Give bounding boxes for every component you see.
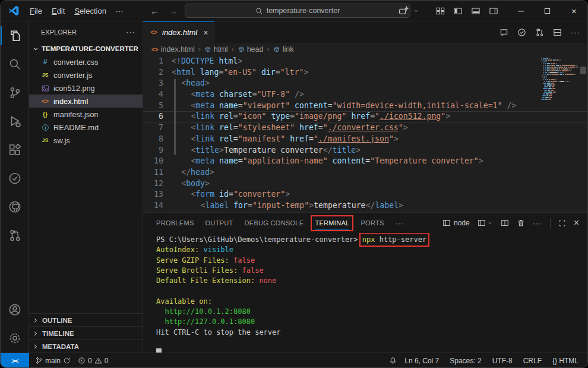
- breadcrumb-label: head: [247, 45, 264, 54]
- menu-selection[interactable]: Selection: [69, 4, 110, 18]
- file-sw-js[interactable]: JSsw.js: [29, 134, 143, 147]
- close-tab-icon[interactable]: ×: [203, 28, 208, 37]
- terminal-line-7: Available on:: [156, 297, 587, 307]
- status-language-mode[interactable]: {} HTML: [549, 357, 581, 365]
- panel-tab-output[interactable]: OUTPUT: [206, 219, 233, 227]
- panel-tab-problems[interactable]: PROBLEMS: [156, 219, 194, 227]
- code-token: >: [356, 146, 361, 155]
- activity-run-and-debug[interactable]: [1, 107, 29, 136]
- panel-tab-debug-console[interactable]: DEBUG CONSOLE: [245, 219, 304, 227]
- code-token: id: [214, 190, 229, 199]
- file-manifest-json[interactable]: {}manifest.json: [29, 108, 143, 121]
- status-encoding[interactable]: UTF-8: [489, 357, 516, 365]
- menu-file[interactable]: File: [25, 4, 47, 18]
- activity-testing[interactable]: [1, 164, 29, 193]
- go-forward-icon[interactable]: →: [169, 6, 178, 16]
- file-index-html[interactable]: <>index.html: [29, 95, 143, 108]
- activity-source-control[interactable]: [1, 78, 29, 107]
- activity-search[interactable]: [1, 50, 29, 78]
- section-outline[interactable]: OUTLINE: [29, 313, 143, 326]
- maximize-panel-icon[interactable]: [558, 219, 566, 227]
- minimize-button[interactable]: [507, 1, 534, 21]
- status-eol[interactable]: CRLF: [520, 357, 545, 365]
- file-README-md[interactable]: README.md: [29, 121, 143, 134]
- file-icon512-png[interactable]: icon512.png: [29, 81, 143, 95]
- code-token: temperature: [314, 201, 365, 210]
- go-back-icon[interactable]: ←: [150, 6, 159, 16]
- pull-request-icon[interactable]: [535, 28, 544, 37]
- code-token: >: [205, 179, 210, 188]
- code-token: link: [195, 112, 214, 121]
- chat-icon[interactable]: [500, 28, 508, 37]
- status-cursor-position[interactable]: Ln 6, Col 7: [402, 357, 442, 365]
- toggle-panel-icon[interactable]: [467, 1, 485, 21]
- code-token: </: [366, 201, 375, 210]
- code-token: >: [219, 146, 224, 155]
- breadcrumb-index-html[interactable]: <>index.html: [151, 45, 195, 54]
- check-circle-icon[interactable]: [517, 28, 526, 37]
- breadcrumb-head[interactable]: head: [238, 45, 264, 54]
- section-label: TIMELINE: [42, 330, 74, 337]
- remote-indicator[interactable]: ><: [1, 353, 29, 368]
- folder-root[interactable]: TEMPERATURE-CONVERTER: [29, 42, 143, 55]
- file-converter-js[interactable]: JSconverter.js: [29, 68, 143, 81]
- section-metadata[interactable]: METADATA: [29, 339, 143, 353]
- code-editor[interactable]: 1<!DOCTYPE html>2<html lang="en-US" dir=…: [143, 56, 587, 212]
- chevron-right-icon: [31, 342, 40, 351]
- editor-scrollbar[interactable]: [579, 56, 587, 212]
- code-token: ./icon512.png: [380, 112, 441, 121]
- activity-explorer[interactable]: [1, 21, 29, 50]
- notifications-bell-icon[interactable]: [389, 357, 397, 364]
- panel-more-tabs-icon[interactable]: ···: [396, 219, 405, 228]
- terminal-instance-node[interactable]: node: [442, 219, 470, 227]
- copilot-chevron-down-icon[interactable]: [413, 1, 423, 21]
- activity-github[interactable]: [1, 193, 29, 221]
- panel-tab-terminal[interactable]: TERMINAL: [315, 219, 349, 227]
- code-token: meta: [195, 101, 214, 110]
- breadcrumb-html[interactable]: html: [204, 45, 228, 54]
- toggle-secondary-sidebar-icon[interactable]: [485, 1, 502, 21]
- file-converter-css[interactable]: #converter.css: [29, 55, 143, 68]
- activity-settings[interactable]: [1, 324, 29, 353]
- menu-edit[interactable]: Edit: [47, 4, 69, 18]
- terminal-line-12: [156, 348, 587, 353]
- file-list: #converter.cssJSconverter.jsicon512.png<…: [29, 55, 143, 147]
- terminal-line-1: PS C:\Users\GitHub\Demos\temperature-con…: [156, 235, 587, 245]
- editor-more-actions-icon[interactable]: ···: [571, 28, 580, 37]
- customize-layout-icon[interactable]: [432, 1, 449, 21]
- status-indentation[interactable]: Spaces: 2: [447, 357, 484, 365]
- code-line-10: 10<meta name="application-name" content=…: [143, 156, 587, 167]
- panel-tab-ports[interactable]: PORTS: [361, 219, 384, 227]
- tab-index-html[interactable]: <> index.html ×: [143, 21, 214, 43]
- branch-status[interactable]: main: [31, 353, 74, 368]
- activity-accounts[interactable]: [1, 295, 29, 324]
- close-panel-icon[interactable]: ×: [574, 218, 579, 228]
- new-terminal-dropdown[interactable]: [478, 219, 493, 227]
- activity-extensions[interactable]: [1, 136, 29, 164]
- code-line-11: 11</head>: [143, 167, 587, 178]
- panel-more-actions-icon[interactable]: ···: [533, 219, 542, 228]
- section-timeline[interactable]: TIMELINE: [29, 326, 143, 339]
- split-terminal-icon[interactable]: [501, 219, 509, 227]
- activity-github-pull-requests[interactable]: [1, 221, 29, 250]
- minimap[interactable]: [541, 58, 578, 212]
- line-number: 10: [143, 156, 172, 167]
- code-token: head: [191, 168, 210, 177]
- line-number: 2: [143, 67, 172, 78]
- search-input[interactable]: temperature-converter: [185, 4, 410, 18]
- explorer-more-actions-icon[interactable]: ···: [126, 27, 135, 36]
- warnings-icon: [94, 357, 102, 364]
- search-value: temperature-converter: [267, 7, 340, 15]
- kill-terminal-icon[interactable]: [517, 219, 525, 227]
- terminal-output[interactable]: PS C:\Users\GitHub\Demos\temperature-con…: [143, 233, 587, 353]
- code-line-12: 12<body>: [143, 178, 587, 190]
- menu-more[interactable]: ···: [111, 4, 128, 18]
- copilot-icon[interactable]: [394, 1, 413, 21]
- breadcrumb-link[interactable]: link: [273, 45, 294, 54]
- problems-status[interactable]: 0 0: [74, 353, 112, 368]
- close-window-button[interactable]: ×: [561, 1, 587, 21]
- split-editor-icon[interactable]: [553, 28, 562, 37]
- maximize-button[interactable]: [534, 1, 561, 21]
- code-token: rel: [214, 134, 233, 143]
- toggle-primary-sidebar-icon[interactable]: [449, 1, 467, 21]
